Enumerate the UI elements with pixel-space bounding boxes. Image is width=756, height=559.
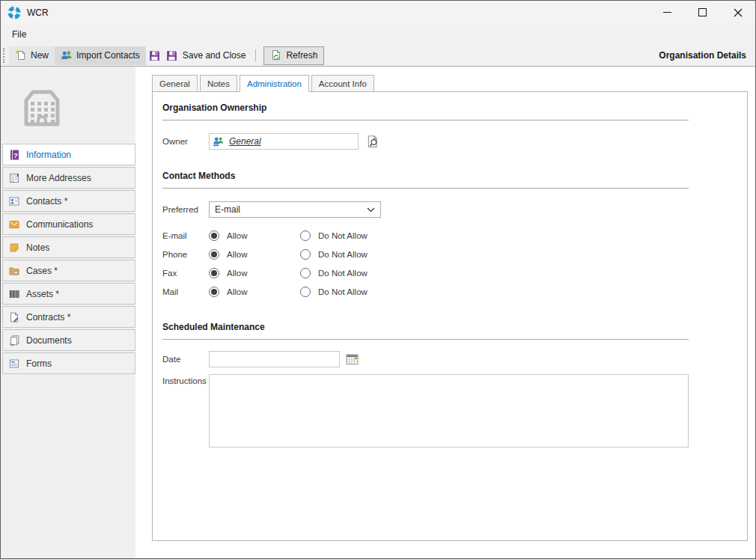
tab-notes[interactable]: Notes	[200, 75, 237, 92]
refresh-button[interactable]: Refresh	[263, 46, 324, 65]
mail-allow-radio[interactable]	[209, 287, 219, 297]
owner-lookup-button[interactable]	[365, 134, 380, 149]
sidebar-item-information[interactable]: ? Information	[2, 144, 135, 165]
owner-people-icon	[213, 135, 225, 147]
sidebar-item-communications[interactable]: Communications	[2, 213, 135, 235]
contracts-icon	[8, 311, 20, 323]
contact-method-row-phone: Phone Allow Do Not Allow	[162, 245, 747, 263]
information-icon: ?	[8, 149, 20, 161]
refresh-icon	[270, 49, 282, 61]
section-divider	[162, 120, 689, 120]
save-and-close-button[interactable]: Save and Close	[163, 46, 249, 65]
close-button[interactable]	[720, 1, 755, 24]
chevron-down-icon	[367, 207, 375, 213]
email-do-not-allow-radio[interactable]	[300, 230, 311, 241]
instructions-row: Instructions	[162, 374, 747, 447]
window-controls	[650, 1, 755, 24]
sidebar-item-more-addresses[interactable]: More Addresses	[2, 167, 135, 189]
app-window: WCR File New Import	[0, 0, 756, 559]
main-area: ? Information More Addresses Contacts *	[1, 67, 755, 558]
sidebar: ? Information More Addresses Contacts *	[1, 67, 135, 558]
phone-do-not-allow-radio[interactable]	[300, 249, 311, 260]
phone-allow-radio[interactable]	[209, 249, 219, 260]
sidebar-item-documents[interactable]: Documents	[2, 329, 135, 351]
calendar-icon	[346, 353, 359, 365]
section-title-contact-methods: Contact Methods	[162, 171, 747, 181]
save-button[interactable]	[146, 46, 163, 65]
preferred-row: Preferred E-mail	[162, 201, 747, 218]
owner-value-link[interactable]: General	[229, 136, 261, 147]
cases-icon	[8, 265, 20, 277]
new-button[interactable]: New	[9, 46, 55, 65]
contacts-icon	[8, 195, 20, 207]
contact-method-row-fax: Fax Allow Do Not Allow	[162, 263, 747, 282]
new-document-icon	[15, 49, 27, 61]
date-picker-button[interactable]	[345, 352, 359, 367]
window-title: WCR	[27, 7, 49, 18]
sidebar-item-contracts[interactable]: Contracts *	[2, 306, 135, 328]
preferred-label: Preferred	[162, 205, 209, 214]
more-addresses-icon	[8, 172, 20, 184]
email-allow-radio[interactable]	[209, 230, 219, 241]
context-title: Organisation Details	[659, 50, 746, 61]
section-title-scheduled-maintenance: Scheduled Maintenance	[162, 322, 747, 332]
date-input[interactable]	[209, 351, 340, 367]
tab-account-info[interactable]: Account Info	[311, 75, 374, 92]
lookup-magnifier-icon	[366, 135, 379, 148]
contact-method-options: E-mail Allow Do Not Allow Phone Allow	[162, 226, 747, 301]
import-contacts-button[interactable]: Import Contacts	[55, 46, 146, 65]
contact-method-row-mail: Mail Allow Do Not Allow	[162, 282, 747, 301]
sidebar-item-contacts[interactable]: Contacts *	[2, 190, 135, 212]
contact-method-row-email: E-mail Allow Do Not Allow	[162, 226, 747, 245]
preferred-select[interactable]: E-mail	[209, 201, 381, 218]
organisation-building-icon	[19, 84, 65, 132]
fax-allow-radio[interactable]	[209, 268, 219, 278]
menu-bar: File	[1, 24, 755, 45]
notes-icon	[8, 242, 20, 254]
sidebar-item-forms[interactable]: Forms	[2, 352, 135, 374]
date-label: Date	[162, 355, 209, 364]
save-icon	[165, 49, 178, 62]
title-bar: WCR	[1, 1, 755, 24]
minimize-button[interactable]	[650, 1, 685, 24]
fax-do-not-allow-radio[interactable]	[300, 268, 311, 278]
mail-do-not-allow-radio[interactable]	[300, 287, 311, 297]
date-row: Date	[162, 351, 747, 367]
communications-icon	[8, 219, 20, 230]
import-contacts-icon	[61, 49, 73, 61]
sidebar-nav: ? Information More Addresses Contacts *	[1, 144, 135, 376]
maximize-button[interactable]	[685, 1, 720, 24]
sidebar-item-assets[interactable]: Assets *	[2, 283, 135, 305]
preferred-value: E-mail	[215, 204, 240, 215]
assets-barcode-icon	[8, 288, 20, 300]
tab-administration[interactable]: Administration	[240, 75, 309, 92]
administration-panel: Organisation Ownership Owner General	[152, 91, 748, 541]
svg-text:?: ?	[13, 150, 18, 159]
sidebar-item-cases[interactable]: Cases *	[2, 260, 135, 281]
save-icon	[148, 49, 161, 62]
owner-label: Owner	[162, 137, 209, 146]
section-divider	[162, 188, 689, 189]
section-title-ownership: Organisation Ownership	[162, 103, 747, 113]
instructions-label: Instructions	[162, 374, 209, 385]
toolbar-grip[interactable]	[3, 48, 6, 63]
toolbar: New Import Contacts Save and Close Refre…	[1, 45, 755, 67]
sidebar-item-notes[interactable]: Notes	[2, 236, 135, 258]
section-divider	[162, 339, 689, 340]
file-menu[interactable]: File	[5, 26, 33, 43]
owner-row: Owner General	[162, 133, 747, 150]
documents-icon	[8, 335, 20, 346]
forms-icon	[8, 358, 20, 370]
instructions-textarea[interactable]	[209, 374, 689, 447]
owner-lookup-field[interactable]: General	[209, 133, 359, 150]
tab-strip: General Notes Administration Account Inf…	[152, 75, 377, 92]
content-area: General Notes Administration Account Inf…	[135, 67, 755, 558]
toolbar-separator	[255, 49, 256, 62]
tab-general[interactable]: General	[152, 75, 198, 92]
app-logo-icon	[7, 6, 21, 19]
